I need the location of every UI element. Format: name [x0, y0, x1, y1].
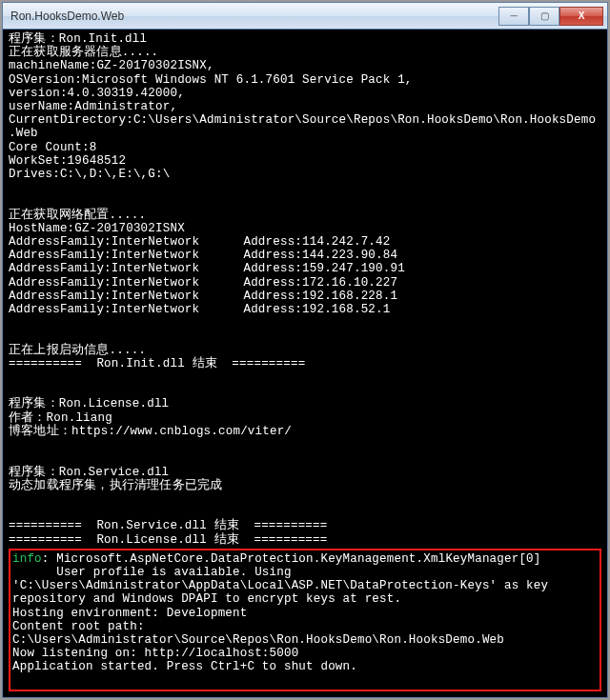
console-window: Ron.HooksDemo.Web ─ ▢ X 程序集：Ron.Init.dll…	[2, 2, 608, 698]
console-output: 程序集：Ron.Init.dll 正在获取服务器信息..... machineN…	[3, 30, 607, 697]
info-line: : Microsoft.AspNetCore.DataProtection.Ke…	[42, 552, 541, 566]
highlight-box: info: Microsoft.AspNetCore.DataProtectio…	[9, 549, 601, 691]
window-controls: ─ ▢ X	[498, 7, 603, 26]
minimize-button[interactable]: ─	[498, 7, 529, 26]
post-info: User profile is available. Using 'C:\Use…	[12, 566, 556, 673]
window-title: Ron.HooksDemo.Web	[10, 10, 124, 23]
info-label: info	[12, 552, 42, 566]
close-button[interactable]: X	[559, 7, 603, 26]
maximize-button[interactable]: ▢	[529, 7, 559, 26]
pre-text: 程序集：Ron.Init.dll 正在获取服务器信息..... machineN…	[9, 32, 596, 547]
titlebar[interactable]: Ron.HooksDemo.Web ─ ▢ X	[3, 3, 607, 30]
